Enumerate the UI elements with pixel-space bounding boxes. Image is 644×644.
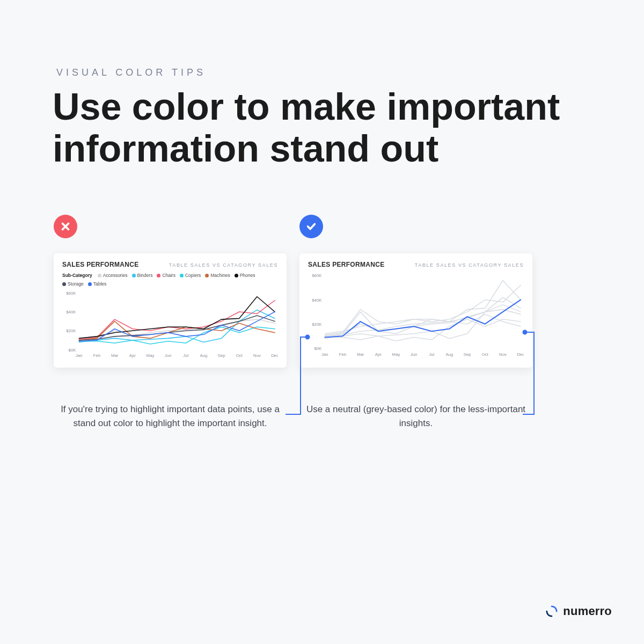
caption-bad: If you're trying to highlight important … <box>54 402 287 431</box>
bad-example-badge <box>54 215 77 238</box>
caption-good: Use a neutral (grey-based color) for the… <box>299 402 532 431</box>
headline: Use color to make important information … <box>53 86 579 170</box>
brand: numerro <box>546 604 612 618</box>
good-example-badge <box>299 215 323 238</box>
brand-name: numerro <box>563 604 612 618</box>
cross-icon <box>60 221 71 232</box>
brand-logo-icon <box>546 605 558 617</box>
svg-point-33 <box>523 331 527 334</box>
svg-point-32 <box>306 335 310 339</box>
eyebrow: VISUAL COLOR TIPS <box>56 67 206 78</box>
check-icon <box>305 221 317 232</box>
